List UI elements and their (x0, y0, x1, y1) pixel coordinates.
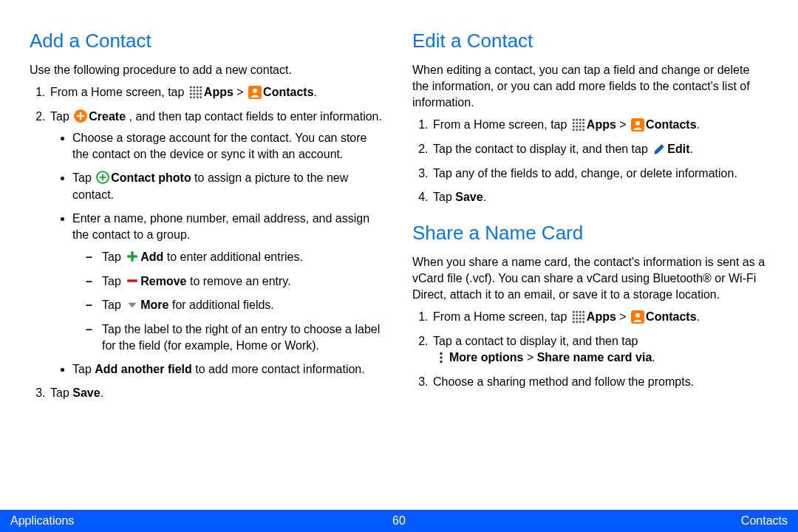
text: Tap (50, 110, 72, 123)
text: From a Home screen, tap (433, 310, 570, 323)
svg-point-41 (579, 129, 582, 131)
text: . (314, 86, 317, 98)
add-contact-section: Add a Contact Use the following procedur… (30, 28, 386, 401)
svg-point-65 (440, 360, 443, 363)
svg-point-48 (582, 310, 584, 313)
svg-point-8 (190, 92, 192, 95)
share-name-card-section: Share a Name Card When you share a name … (412, 220, 768, 390)
svg-point-37 (579, 126, 582, 128)
share-step-3: Choose a sharing method and follow the p… (432, 374, 768, 390)
svg-point-42 (582, 129, 584, 131)
svg-point-11 (200, 92, 202, 95)
apps-label: Apps (587, 118, 616, 131)
svg-point-27 (573, 119, 575, 121)
text: Tap (72, 363, 95, 375)
text: Tap (102, 275, 124, 287)
add-another-field-label: Add another field (95, 363, 192, 375)
bullet-storage: Choose a storage account for the contact… (72, 130, 386, 163)
svg-point-56 (582, 317, 584, 319)
text: . (100, 386, 103, 399)
minus-red-icon (126, 273, 139, 290)
text: . (483, 191, 486, 203)
svg-point-4 (190, 89, 192, 92)
text: Tap (50, 386, 72, 399)
svg-point-57 (573, 321, 575, 323)
svg-point-6 (197, 89, 199, 92)
svg-point-9 (193, 92, 195, 95)
svg-rect-20 (77, 115, 84, 117)
svg-point-3 (200, 86, 202, 88)
text: Enter a name, phone number, email addres… (72, 212, 369, 241)
svg-point-55 (579, 317, 582, 319)
add-step-3: Tap Save. (49, 385, 386, 401)
svg-point-15 (200, 96, 202, 98)
text: Tap a contact to display it, and then ta… (433, 335, 638, 347)
svg-point-51 (579, 314, 582, 316)
footer-left: Applications (10, 514, 74, 528)
svg-point-49 (573, 314, 575, 316)
text: Tap (72, 171, 95, 184)
svg-point-64 (440, 356, 443, 359)
kebab-icon (434, 350, 448, 366)
edit-contact-section: Edit a Contact When editing a contact, y… (412, 28, 768, 205)
svg-point-44 (635, 121, 640, 126)
svg-point-1 (193, 86, 195, 88)
text: . (690, 143, 693, 155)
text: From a Home screen, tap (433, 118, 570, 131)
svg-point-34 (582, 122, 584, 124)
manual-page: Add a Contact Use the following procedur… (0, 0, 798, 532)
svg-point-31 (573, 122, 575, 124)
plus-orange-icon (74, 109, 87, 125)
text: . (697, 310, 700, 323)
edit-step-4: Tap Save. (432, 189, 768, 205)
create-label: Create (89, 110, 126, 123)
save-label: Save (455, 191, 482, 203)
svg-point-40 (576, 129, 578, 131)
svg-point-29 (579, 119, 582, 121)
bullet-enter-name: Enter a name, phone number, email addres… (72, 211, 386, 355)
bullet-contact-photo: Tap Contact photo to assign a picture to… (72, 170, 386, 203)
share-name-card-heading: Share a Name Card (412, 220, 768, 247)
save-label: Save (72, 386, 100, 399)
add-label: Add (140, 250, 163, 263)
edit-contact-heading: Edit a Contact (412, 28, 768, 55)
text: . (652, 351, 655, 364)
svg-point-47 (579, 310, 582, 313)
share-name-card-steps: From a Home screen, tap Apps > Contacts.… (412, 309, 768, 390)
apps-grid-icon (572, 117, 585, 134)
apps-grid-icon (189, 85, 202, 101)
contacts-icon (631, 310, 644, 326)
svg-point-2 (197, 86, 199, 88)
add-step-1: From a Home screen, tap Apps > Contacts. (49, 84, 386, 101)
contacts-label: Contacts (646, 118, 696, 131)
text: for additional fields. (168, 299, 273, 311)
svg-point-13 (193, 96, 195, 98)
dash-more: Tap More for additional fields. (90, 297, 386, 314)
text: Tap (102, 250, 124, 263)
svg-point-33 (579, 122, 582, 124)
text: Tap the contact to display it, and then … (433, 143, 651, 155)
text: to add more contact information. (192, 363, 365, 375)
contacts-label: Contacts (646, 310, 696, 323)
separator: > (616, 118, 630, 131)
svg-point-39 (573, 129, 575, 131)
plus-green-icon (126, 249, 139, 265)
separator: > (233, 86, 247, 98)
svg-point-30 (582, 119, 584, 121)
share-step-1: From a Home screen, tap Apps > Contacts. (432, 309, 768, 326)
share-step-2: Tap a contact to display it, and then ta… (432, 333, 768, 366)
remove-label: Remove (140, 275, 186, 287)
svg-point-35 (573, 126, 575, 128)
svg-point-45 (573, 310, 575, 313)
add-contact-heading: Add a Contact (30, 28, 386, 55)
edit-step-1: From a Home screen, tap Apps > Contacts. (432, 117, 768, 134)
text: , and then tap contact fields to enter i… (126, 110, 382, 123)
dash-label-choose: Tap the label to the right of an entry t… (90, 321, 386, 354)
svg-point-63 (440, 352, 443, 355)
contact-photo-label: Contact photo (111, 171, 191, 184)
svg-point-14 (197, 96, 199, 98)
svg-point-0 (190, 86, 192, 88)
more-options-label: More options (449, 351, 523, 364)
edit-label: Edit (667, 143, 689, 155)
text: Tap (102, 299, 124, 311)
